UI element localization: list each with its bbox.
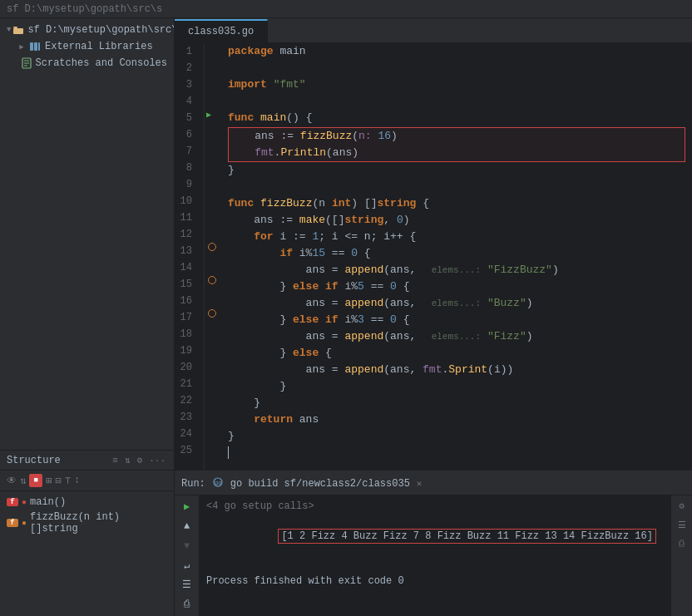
line-numbers: 1 2 3 4 5 6 7 8 9 10 11 12 13 14 15 16 1… — [175, 43, 205, 471]
code-tab[interactable]: class035.go — [175, 19, 268, 42]
code-line-11: ans := make([]string, 0) — [228, 212, 685, 229]
run-line-exit: Process finished with exit code 0 — [206, 574, 664, 589]
run-line-output: [1 2 Fizz 4 Buzz Fizz 7 8 Fizz Buzz 11 F… — [206, 514, 664, 559]
code-line-25 — [228, 445, 685, 461]
run-tab-close-icon[interactable]: ✕ — [417, 478, 423, 489]
code-line-12: for i := 1; i <= n; i++ { — [228, 229, 685, 245]
svg-rect-2 — [30, 42, 33, 51]
structure-item-main[interactable]: f ● main() — [0, 495, 174, 510]
sort-btn[interactable]: ≡ — [111, 455, 120, 466]
ext-libs-arrow-icon: ▶ — [17, 42, 27, 52]
svg-text:go: go — [215, 480, 221, 486]
code-line-24: } — [228, 428, 685, 445]
run-sidebar: ▶ ▲ ▼ ↵ ☰ ⎙ — [175, 495, 200, 616]
code-line-23: return ans — [228, 411, 685, 428]
top-bar: sf D:\mysetup\gopath\src\s — [0, 0, 692, 18]
filter2-icon[interactable]: ↕ — [74, 475, 80, 486]
debug-dot-13 — [208, 243, 216, 251]
sort-icon2[interactable]: ⇅ — [20, 475, 26, 487]
code-line-18: ans = append(ans, elems...: "Fizz") — [228, 328, 685, 345]
list-icon[interactable]: ☰ — [676, 518, 688, 532]
svg-rect-3 — [34, 42, 37, 51]
run-up-btn[interactable]: ▲ — [178, 519, 196, 535]
run-line-setup: <4 go setup calls> — [206, 499, 664, 514]
run-play-btn[interactable]: ▶ — [178, 499, 196, 515]
code-line-5: func main() { — [228, 110, 685, 126]
badge-main: f — [7, 498, 18, 506]
code-line-13: if i%15 == 0 { — [228, 245, 685, 262]
highlight-block-6-7: ans := fizzBuzz(n: 16) fmt.Println(ans) — [228, 127, 685, 162]
debug-dot-15 — [208, 276, 216, 284]
code-line-4 — [228, 93, 685, 110]
code-line-10: func fizzBuzz(n int) []string { — [228, 195, 685, 212]
run-tab-bar: Run: go go build sf/newclass2/class035 ✕ — [175, 472, 692, 495]
tab-filename: class035.go — [188, 26, 254, 37]
collapse-icon[interactable]: ⊟ — [55, 475, 61, 487]
tab-bar: class035.go — [175, 18, 692, 43]
more-btn[interactable]: ··· — [147, 455, 167, 466]
scratches-arrow-icon — [17, 58, 19, 68]
code-line-6: ans := fizzBuzz(n: 16) — [229, 128, 685, 145]
code-line-7: fmt.Println(ans) — [229, 145, 685, 161]
gutter: ▶ — [205, 43, 221, 471]
folder-icon — [12, 23, 24, 37]
top-bar-path: sf D:\mysetup\gopath\src\s — [7, 3, 162, 15]
structure-panel: Structure ≡ ⇅ ⚙ ··· 👁 ⇅ ■ ⊞ ⊟ ⊤ ↕ f — [0, 450, 174, 616]
code-line-22: } — [228, 395, 685, 411]
ext-libs-label: External Libraries — [45, 41, 153, 52]
tree-root-label: sf D:\mysetup\gopath\src\s — [27, 24, 174, 36]
red-indicator[interactable]: ■ — [29, 474, 42, 487]
code-content: package main import "fmt" func main() { … — [221, 43, 692, 471]
struct-main-label: main() — [30, 496, 66, 508]
run-print-btn[interactable]: ⎙ — [178, 597, 196, 614]
code-line-20: ans = append(ans, fmt.Sprint(i)) — [228, 362, 685, 378]
sort-alpha-btn[interactable]: ⇅ — [123, 454, 132, 466]
output-result: [1 2 Fizz 4 Buzz Fizz 7 8 Fizz Buzz 11 F… — [278, 529, 655, 544]
run-list-btn[interactable]: ☰ — [178, 577, 196, 594]
left-panel: ▼ sf D:\mysetup\gopath\src\s ▶ External … — [0, 18, 175, 616]
structure-title: Structure — [7, 455, 61, 466]
struct-fizzbuzz-label: fizzBuzz(n int) []string — [30, 511, 167, 535]
dot-main: ● — [22, 498, 27, 507]
code-line-21: } — [228, 378, 685, 395]
scratches-label: Scratches and Consoles — [36, 57, 167, 69]
run-down-btn[interactable]: ▼ — [178, 538, 196, 554]
code-editor: 1 2 3 4 5 6 7 8 9 10 11 12 13 14 15 16 1… — [175, 43, 692, 471]
dot-fizzbuzz: ● — [22, 519, 27, 528]
structure-items: f ● main() f ● fizzBuzz(n int) []string — [0, 491, 174, 616]
lib-icon — [28, 40, 42, 53]
arrow-icon: ▼ — [7, 25, 11, 35]
code-line-8: } — [228, 162, 685, 179]
code-line-2 — [228, 60, 685, 76]
settings-btn[interactable]: ⚙ — [136, 454, 145, 466]
visibility-icon[interactable]: 👁 — [7, 475, 17, 487]
print-icon[interactable]: ⎙ — [677, 537, 686, 550]
code-line-15: } else if i%5 == 0 { — [228, 278, 685, 295]
run-body: ▶ ▲ ▼ ↵ ☰ ⎙ <4 go setup calls> [1 2 Fizz… — [175, 495, 692, 616]
badge-fizzbuzz: f — [7, 519, 18, 527]
run-label: Run: — [181, 478, 205, 490]
run-panel: Run: go go build sf/newclass2/class035 ✕… — [175, 471, 692, 616]
structure-item-fizzbuzz[interactable]: f ● fizzBuzz(n int) []string — [0, 510, 174, 536]
svg-rect-0 — [13, 27, 17, 28]
tree-item-ext-libs[interactable]: ▶ External Libraries — [0, 38, 174, 55]
tree-item-root[interactable]: ▼ sf D:\mysetup\gopath\src\s — [0, 22, 174, 38]
code-line-16: ans = append(ans, elems...: "Buzz") — [228, 295, 685, 312]
svg-rect-4 — [38, 42, 40, 51]
svg-rect-1 — [13, 28, 23, 34]
run-content: <4 go setup calls> [1 2 Fizz 4 Buzz Fizz… — [200, 495, 670, 616]
scratches-icon — [21, 57, 32, 70]
code-line-19: } else { — [228, 345, 685, 362]
project-tree: ▼ sf D:\mysetup\gopath\src\s ▶ External … — [0, 18, 174, 450]
run-tab-filename[interactable]: go build sf/newclass2/class035 — [230, 478, 410, 490]
gear-icon[interactable]: ⚙ — [677, 499, 686, 513]
tree-item-scratches[interactable]: Scratches and Consoles — [0, 55, 174, 71]
run-line-blank — [206, 559, 664, 574]
run-arrow-icon[interactable]: ▶ — [206, 110, 211, 120]
expand-icon[interactable]: ⊞ — [46, 475, 52, 487]
run-wrap-btn[interactable]: ↵ — [178, 558, 196, 574]
filter-icon[interactable]: ⊤ — [65, 475, 71, 487]
structure-sub-toolbar: 👁 ⇅ ■ ⊞ ⊟ ⊤ ↕ — [0, 471, 174, 491]
run-go-icon: go — [212, 476, 224, 490]
code-area: class035.go 1 2 3 4 5 6 7 8 9 10 11 12 1… — [175, 18, 692, 616]
